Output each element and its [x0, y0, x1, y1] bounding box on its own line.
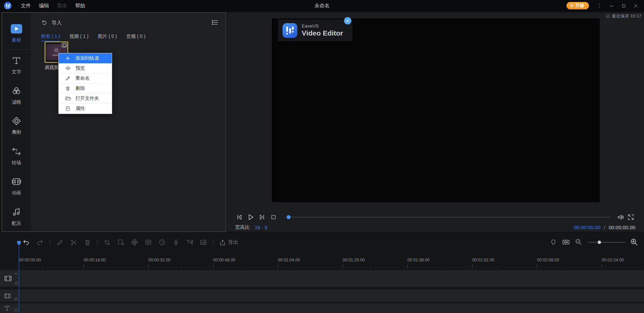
mosaic-button[interactable]: [131, 238, 139, 246]
list-view-icon: [211, 19, 218, 26]
seek-handle[interactable]: [287, 215, 291, 219]
watermark-close-button[interactable]: [344, 17, 351, 24]
edit-button[interactable]: [56, 238, 64, 246]
menu-file[interactable]: 文件: [17, 0, 35, 11]
volume-button[interactable]: [616, 213, 625, 222]
zoom-out-button[interactable]: [575, 238, 583, 246]
timecode: 00:00:00.00 / 00:00:00.00: [574, 225, 635, 230]
split-button[interactable]: [69, 238, 78, 246]
text-track-header: [0, 303, 19, 313]
context-menu: 添加到轨道 预览 重命名 删除 打开文件夹: [58, 53, 112, 114]
current-time: 00:00:00.00: [574, 225, 600, 230]
context-item-rename[interactable]: 重命名: [59, 73, 112, 83]
more-options-icon[interactable]: [594, 1, 604, 11]
fit-timeline-button[interactable]: [562, 238, 570, 246]
sidebar-item-animation[interactable]: 动画: [2, 171, 31, 201]
sidebar-label: 转场: [12, 160, 21, 166]
add-to-track-corner-icon[interactable]: [62, 43, 67, 47]
track-mute-icon[interactable]: [14, 272, 18, 276]
film-track-icon: [4, 292, 11, 300]
timeline-zoom-slider[interactable]: [588, 242, 625, 243]
context-item-label: 删除: [76, 85, 85, 91]
next-frame-button[interactable]: [258, 213, 266, 222]
eye-icon: [65, 65, 71, 71]
close-button[interactable]: [631, 1, 641, 11]
sidebar-item-media[interactable]: 素材: [2, 17, 31, 50]
zoom-slider-handle[interactable]: [598, 241, 601, 244]
context-item-label: 属性: [76, 106, 85, 112]
stop-button[interactable]: [269, 213, 278, 222]
redo-button[interactable]: [36, 238, 44, 246]
aspect-label: 宽高比: [235, 224, 250, 231]
check-circle-icon: [605, 14, 610, 18]
titlebar: 文件 编辑 导出 帮助 未命名 升级: [0, 0, 644, 11]
sidebar: 素材 文字 滤镜 叠附: [2, 13, 31, 232]
context-item-properties[interactable]: 属性: [59, 104, 112, 114]
clip-logo-mark: [54, 48, 59, 52]
minimize-button[interactable]: [606, 1, 616, 11]
context-item-label: 重命名: [76, 75, 90, 81]
aspect-value[interactable]: 16 : 9: [255, 225, 267, 230]
track-lock-icon[interactable]: [14, 281, 18, 285]
media-tabs: 所有 ( 1 ) 视频 ( 1 ) 图片 ( 0 ) 音频 ( 0 ): [41, 34, 145, 41]
snapshot-button[interactable]: [199, 238, 207, 246]
previous-frame-button[interactable]: [235, 213, 244, 222]
timeline-ruler[interactable]: 00:00:00.00 00:00:16.00 00:00:32.00 00:0…: [0, 256, 644, 269]
sidebar-item-filter[interactable]: 滤镜: [2, 80, 31, 110]
delete-button[interactable]: [83, 238, 91, 246]
sidebar-item-text[interactable]: 文字: [2, 50, 31, 80]
track-lock-icon[interactable]: [14, 308, 18, 312]
video-track-2[interactable]: [0, 290, 644, 302]
context-item-add-to-track[interactable]: 添加到轨道: [59, 53, 112, 63]
sidebar-label: 配乐: [12, 221, 21, 227]
freeze-frame-button[interactable]: [117, 238, 125, 246]
upgrade-button[interactable]: 升级: [566, 2, 589, 9]
transition-icon: [11, 146, 22, 157]
sidebar-item-music[interactable]: 配乐: [2, 201, 31, 232]
undo-button[interactable]: [22, 238, 30, 246]
duration-button[interactable]: [158, 238, 166, 246]
plus-icon: [65, 55, 71, 61]
ruler-label: 00:01:36.00: [407, 258, 430, 262]
context-item-preview[interactable]: 预览: [59, 63, 112, 73]
media-area: 导入 所有 ( 1 ) 视频 ( 1 ) 图片 ( 0 ) 音频 ( 0 ) 易…: [31, 13, 226, 232]
text-track[interactable]: [0, 303, 644, 313]
tab-all[interactable]: 所有 ( 1 ): [41, 34, 60, 41]
last-saved-label: 最近保存 10:17: [612, 13, 641, 19]
ruler-label: 00:01:04.00: [278, 258, 300, 262]
ruler-ticks: [0, 264, 644, 268]
import-button[interactable]: 导入: [41, 19, 62, 26]
export-button[interactable]: 导出: [219, 239, 238, 246]
fullscreen-button[interactable]: [627, 213, 635, 222]
sidebar-label: 滤镜: [12, 99, 21, 105]
text-track-icon: [4, 305, 10, 312]
zoom-in-button[interactable]: [630, 238, 639, 247]
sidebar-item-overlay[interactable]: 叠附: [2, 110, 31, 140]
aspect-row: 宽高比 16 : 9 00:00:00.00 / 00:00:00.00: [235, 224, 635, 231]
tab-image[interactable]: 图片 ( 0 ): [98, 34, 117, 41]
crop-button[interactable]: [103, 238, 111, 246]
tab-audio[interactable]: 音频 ( 0 ): [126, 34, 145, 41]
film-track-icon: [4, 274, 12, 283]
zoom-region-button[interactable]: [144, 238, 152, 246]
context-item-delete[interactable]: 删除: [59, 83, 112, 93]
context-item-open-folder[interactable]: 打开文件夹: [59, 93, 112, 104]
tab-video[interactable]: 视频 ( 1 ): [69, 34, 89, 41]
track-lock-icon[interactable]: [14, 297, 18, 301]
sidebar-item-transition[interactable]: 转场: [2, 141, 31, 171]
play-button[interactable]: [246, 213, 255, 222]
marker-button[interactable]: [550, 239, 557, 246]
export-icon: [219, 239, 226, 246]
menu-edit[interactable]: 编辑: [35, 0, 53, 11]
video-track-2-header: [0, 290, 19, 302]
ruler-label: 00:00:00.00: [19, 258, 41, 262]
maximize-button[interactable]: [618, 1, 629, 11]
list-view-toggle[interactable]: [211, 19, 218, 26]
video-track-1[interactable]: [0, 270, 644, 287]
menu-help[interactable]: 帮助: [71, 0, 89, 11]
close-icon: [346, 19, 349, 22]
text-to-speech-button[interactable]: [186, 238, 194, 246]
filter-icon: [11, 85, 22, 97]
voiceover-button[interactable]: [172, 238, 180, 246]
seek-track[interactable]: [291, 217, 610, 217]
